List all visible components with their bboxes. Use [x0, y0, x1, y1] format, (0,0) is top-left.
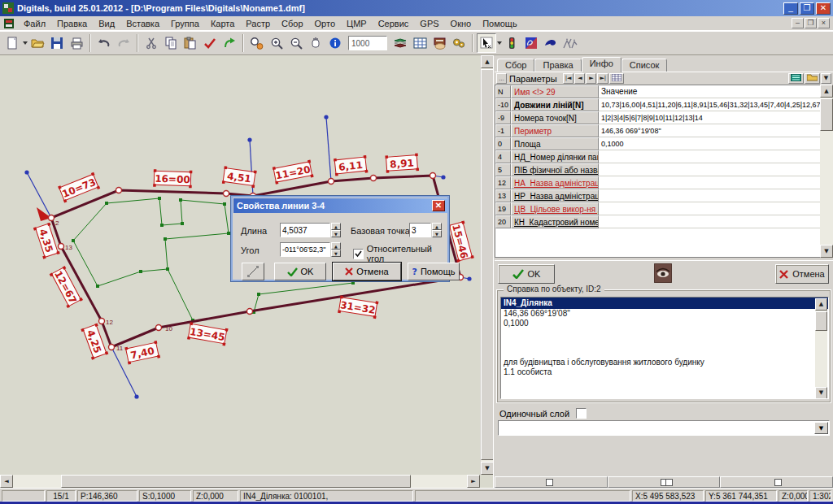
length-spinner[interactable]: ▲▼	[331, 223, 341, 237]
parcel-vertex[interactable]	[109, 345, 115, 350]
save-button[interactable]	[47, 33, 67, 53]
relative-angle-checkbox[interactable]	[353, 249, 364, 259]
reference-list[interactable]: IN4_Ділянка 146,36 069°19'08"0,1000для б…	[500, 297, 829, 399]
table-row[interactable]: 19ЦВ_Цільове викор-ня для д	[495, 202, 833, 215]
parcel-vertex[interactable]	[99, 319, 105, 324]
scroll-left-button[interactable]: ◄	[0, 475, 13, 488]
new-file-button[interactable]	[2, 33, 22, 53]
table-cell[interactable]: 5	[495, 163, 511, 176]
menu-item-Карта[interactable]: Карта	[205, 17, 240, 30]
zoom-in-button[interactable]	[267, 33, 286, 53]
table-cell[interactable]	[599, 150, 833, 163]
horizontal-scroll-thumb[interactable]	[61, 475, 411, 488]
table-cell[interactable]: ЦВ_Цільове викор-ня для д	[511, 202, 599, 215]
table-cell[interactable]	[599, 163, 833, 176]
line-properties-dialog[interactable]: Свойства линии 3-4 ✕ Длина ▲▼ Базовая то…	[230, 195, 450, 282]
table-cell[interactable]: 146,36 069°19'08"	[599, 124, 833, 137]
nav-prev-button[interactable]: ◄	[574, 73, 585, 84]
table-cell[interactable]: 13	[495, 189, 511, 202]
table-cell[interactable]: 1|2|3|4|5|6|7|8|9|10|11|12|13|14	[599, 111, 833, 124]
cut-button[interactable]	[142, 33, 161, 53]
open-file-button[interactable]	[28, 33, 47, 53]
apply-check-button[interactable]	[200, 33, 220, 53]
pan-hand-button[interactable]	[306, 33, 325, 53]
map-horizontal-scrollbar[interactable]: ◄ ►	[0, 475, 480, 488]
reference-line[interactable]: 146,36 069°19'08"	[501, 309, 828, 319]
footer-pane-2[interactable]	[608, 476, 721, 488]
menu-item-GPS[interactable]: GPS	[414, 17, 444, 30]
nav-last-button[interactable]: ►|	[597, 73, 608, 84]
table-cell[interactable]: Довжини ліній[N]	[511, 98, 599, 111]
length-input[interactable]	[280, 223, 330, 237]
menu-item-Группа[interactable]: Группа	[165, 17, 205, 30]
curve-tool-button[interactable]	[541, 33, 560, 53]
table-cell[interactable]: НР_Назва адміністрації аб	[511, 189, 599, 202]
print-button[interactable]	[67, 33, 86, 53]
layers-button[interactable]	[390, 33, 410, 53]
select-mode-button[interactable]	[477, 33, 496, 53]
table-row[interactable]: -10Довжини ліній[N]10,73|16,00|4,51|11,2…	[495, 98, 833, 111]
table-cell[interactable]: -1	[495, 124, 511, 137]
table-row[interactable]: 4НД_Номер ділянки паю	[495, 150, 833, 163]
table-row[interactable]: 20КН_Кадастровий номер З	[495, 215, 833, 228]
layer-combobox[interactable]: ▼	[498, 420, 830, 436]
nav-first-button[interactable]: |◄	[563, 73, 574, 84]
tab-Сбор[interactable]: Сбор	[497, 59, 534, 72]
eye-thumbnail[interactable]	[654, 263, 672, 285]
line-tool-button[interactable]	[242, 263, 264, 280]
reference-line[interactable]: 0,1000	[501, 319, 828, 328]
mdi-minimize-button[interactable]: –	[792, 18, 804, 28]
menu-item-Помощь[interactable]: Помощь	[477, 17, 523, 30]
reference-selected-row[interactable]: IN4_Ділянка	[501, 298, 828, 309]
scroll-up-button[interactable]: ▲	[481, 55, 494, 68]
table-scrollbar[interactable]: ▲ ▼	[820, 85, 833, 258]
tab-Список[interactable]: Список	[621, 59, 668, 72]
reference-line[interactable]	[501, 338, 828, 348]
dialog-title-bar[interactable]: Свойства линии 3-4 ✕	[233, 198, 448, 213]
angle-spinner[interactable]: ▲▼	[331, 242, 341, 257]
parcel-vertex[interactable]	[116, 188, 122, 193]
footer-pane-3[interactable]	[720, 476, 833, 488]
zoom-select-button[interactable]	[247, 33, 267, 53]
menu-item-ЦМР[interactable]: ЦМР	[341, 17, 373, 30]
table-row[interactable]: 13НР_Назва адміністрації аб	[495, 189, 833, 202]
table-cell[interactable]	[599, 215, 833, 228]
reference-line[interactable]	[501, 348, 828, 358]
table-cell[interactable]: Площа	[511, 137, 599, 150]
table-cell[interactable]: 10,73|16,00|4,51|11,20|6,11|8,91|15,46|3…	[599, 98, 833, 111]
dialog-cancel-button[interactable]: Отмена	[333, 263, 401, 280]
map-vertical-scrollbar[interactable]: ▲ ▼	[480, 55, 493, 475]
reference-line[interactable]: 1.1 особиста	[501, 367, 828, 377]
params-dropdown-button[interactable]: ▼	[821, 73, 831, 84]
restore-button[interactable]: ❐	[800, 2, 814, 15]
minimize-button[interactable]: _	[783, 2, 798, 15]
scroll-up-button[interactable]: ▲	[820, 85, 833, 98]
menu-item-Сбор[interactable]: Сбор	[276, 17, 308, 30]
mdi-close-button[interactable]: ×	[818, 18, 830, 28]
combo-dropdown-button[interactable]: ▼	[814, 422, 828, 434]
dialog-ok-button[interactable]: OK	[274, 263, 326, 280]
params-mini-button[interactable]: …	[496, 73, 507, 84]
table-cell[interactable]: ПІБ фізичної або назва юр	[511, 163, 599, 176]
paste-button[interactable]	[181, 33, 200, 53]
table-cell[interactable]: -10	[495, 98, 511, 111]
scroll-right-button[interactable]: ►	[467, 475, 480, 488]
table-cell[interactable]: -9	[495, 111, 511, 124]
vertical-scroll-thumb[interactable]	[481, 69, 494, 460]
scroll-down-button[interactable]: ▼	[481, 462, 494, 475]
table-row[interactable]: -9Номера точок[N]1|2|3|4|5|6|7|8|9|10|11…	[495, 111, 833, 124]
traffic-light-button[interactable]	[502, 33, 521, 53]
attachment-button[interactable]	[521, 33, 541, 53]
base-point-spinner[interactable]: ▲▼	[432, 223, 442, 237]
nav-next-button[interactable]: ►	[586, 73, 596, 84]
table-cell[interactable]: 19	[495, 202, 511, 215]
table-cell[interactable]: 20	[495, 215, 511, 228]
table-cell[interactable]: НА_Назва адміністрації аб	[511, 176, 599, 189]
tab-Инфо[interactable]: Инфо	[582, 57, 621, 72]
cancel-button[interactable]: Отмена	[775, 264, 829, 284]
single-layer-checkbox[interactable]	[576, 408, 587, 419]
parcel-vertex[interactable]	[156, 325, 162, 331]
scroll-up-button[interactable]: ▲	[815, 298, 827, 311]
reference-scrollbar[interactable]: ▲ ▼	[815, 298, 827, 399]
menu-item-Правка[interactable]: Правка	[51, 17, 93, 30]
